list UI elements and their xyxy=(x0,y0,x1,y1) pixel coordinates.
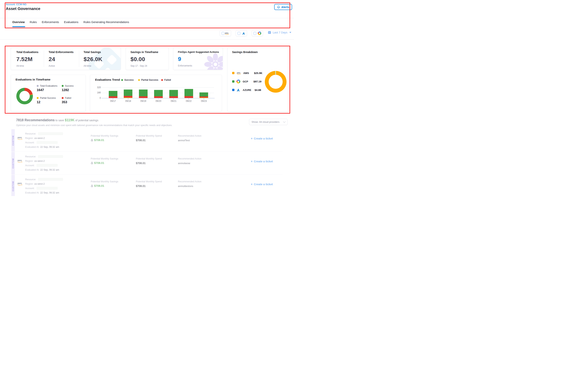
legend-label: Success xyxy=(124,78,134,81)
aws-checkbox[interactable] xyxy=(222,32,224,35)
tab-enforcements[interactable]: Enforcements xyxy=(42,20,59,24)
recommendation-row: CUSTOM aws Resource: Region: us-west-2 A… xyxy=(0,129,294,152)
create-ticket-button[interactable]: + Create a ticket xyxy=(251,182,273,186)
gcp-swatch xyxy=(232,80,234,83)
recommendations-subtitle: Optimize your cloud assets and minimize … xyxy=(16,124,172,127)
action-label: Recommended Action xyxy=(178,158,202,160)
legend-label: Failed xyxy=(164,78,171,81)
annotation-box-header xyxy=(5,2,290,28)
create-ticket-button[interactable]: + Create a ticket xyxy=(251,160,273,163)
provider-name: AWS xyxy=(243,72,252,74)
evaluated-line: Evaluated At: 22 Sep, 06:32 am xyxy=(25,191,59,194)
evaluations-trend-card: Evaluations Trend Success Partial Succes… xyxy=(90,75,222,112)
alerts-button[interactable]: Alerts xyxy=(274,4,292,10)
legend-item-aws: aws AWS $25.9K xyxy=(232,71,262,75)
account-line: Account: xyxy=(25,186,58,190)
stat-title: Total Enforcements xyxy=(48,50,74,54)
provider-value: $4.88 xyxy=(254,88,261,92)
svg-text:$: $ xyxy=(92,162,92,164)
aws-logo-icon: aws xyxy=(17,182,23,186)
redacted-account xyxy=(36,187,58,190)
action-label: Recommended Action xyxy=(178,134,202,137)
aws-logo-icon: aws xyxy=(17,159,23,163)
svg-text:aws: aws xyxy=(18,136,22,139)
stat-caption: All-time xyxy=(84,64,102,67)
redacted-account xyxy=(36,141,58,144)
aws-logo-icon: aws xyxy=(17,136,23,140)
trend-legend-failed: Failed xyxy=(161,78,171,81)
recommendations-title: 7818 Recommendations to save $119K of po… xyxy=(16,118,98,122)
alerts-label: Alerts xyxy=(281,6,289,9)
aws-logo-icon: aws xyxy=(224,32,229,35)
legend-item-success: Success xyxy=(62,84,74,87)
spend-label: Potential Monthly Spend xyxy=(136,180,162,183)
action-value: anmolTest xyxy=(178,139,190,142)
svg-text:aws: aws xyxy=(237,72,240,74)
action-label: Recommended Action xyxy=(178,180,202,183)
chevron-down-icon xyxy=(283,120,286,123)
savings-label: Potential Monthly Savings xyxy=(91,158,118,160)
header-divider xyxy=(0,18,294,18)
account-breadcrumb[interactable]: Account: CCM-NG xyxy=(6,3,26,6)
savings-breakdown-card: Savings Breakdown aws AWS $25.9K GCP $97… xyxy=(227,48,290,112)
azure-swatch xyxy=(232,89,234,91)
savings-label: Potential Monthly Savings xyxy=(91,134,118,137)
svg-text:aws: aws xyxy=(18,159,22,162)
success-dot xyxy=(62,85,64,87)
redacted-account xyxy=(36,164,58,167)
plus-icon: + xyxy=(251,182,253,186)
savings-amount: $119K xyxy=(65,118,74,122)
gcp-checkbox[interactable] xyxy=(254,32,256,35)
spend-label: Potential Monthly Spend xyxy=(136,158,162,160)
savings-value: $ $708.01 xyxy=(91,162,104,164)
legend-label: Partial Success xyxy=(40,97,56,99)
savings-value: $ $708.01 xyxy=(91,184,104,187)
recommendations-count: 7818 xyxy=(16,118,24,122)
caret-down-icon xyxy=(290,32,291,33)
resource-line: Resource: xyxy=(25,178,63,181)
legend-label: Total Evaluations xyxy=(40,84,58,87)
savings-timeframe-card: Savings in Timeframe $0.00 Sep 17 - Sep … xyxy=(126,48,169,70)
calendar-icon xyxy=(268,31,271,34)
card-title: Savings Breakdown xyxy=(232,50,258,54)
stat-value: 24 xyxy=(48,56,74,62)
total-dot xyxy=(37,85,38,87)
tab-rules[interactable]: Rules xyxy=(30,20,37,24)
tab-overview[interactable]: Overview xyxy=(12,20,25,24)
filter-chip-gcp[interactable] xyxy=(252,30,263,36)
legend-item-partial: Partial Success xyxy=(37,97,56,99)
bell-icon xyxy=(277,6,280,9)
azure-checkbox[interactable] xyxy=(238,32,240,35)
stat-value: 9 xyxy=(178,56,219,62)
trend-x-labels: 09/1709/1809/1909/2009/2109/2209/23 xyxy=(103,100,214,103)
failed-dot xyxy=(161,79,163,81)
y-tick-160: 160 xyxy=(94,91,101,94)
evaluations-timeframe-card: Evaluations in Timeframe Total Evaluatio… xyxy=(11,75,86,112)
savings-label: Potential Monthly Savings xyxy=(91,180,118,183)
provider-name: GCP xyxy=(243,80,252,83)
spend-value: $708.01 xyxy=(136,139,146,142)
filter-chip-azure[interactable] xyxy=(236,30,247,36)
tab-rules-generating-recommendations[interactable]: Rules Generating Recommendations xyxy=(84,20,129,24)
partial-dot xyxy=(138,79,140,81)
resource-line: Resource: xyxy=(25,155,63,158)
create-ticket-button[interactable]: + Create a ticket xyxy=(251,136,273,140)
legend-item-total: Total Evaluations xyxy=(37,84,58,87)
legend-value: 12 xyxy=(37,100,40,104)
aws-swatch xyxy=(232,72,234,74)
tab-bar: Overview Rules Enforcements Evaluations … xyxy=(12,20,129,24)
money-bag-icon: $ xyxy=(91,162,93,164)
svg-text:$: $ xyxy=(92,140,92,142)
provider-value: $25.9K xyxy=(254,72,262,74)
success-dot xyxy=(121,79,123,81)
legend-item-azure: AZURE $4.88 xyxy=(232,88,261,92)
resource-line: Resource: xyxy=(25,132,63,135)
evaluated-line: Evaluated At: 22 Sep, 06:32 am xyxy=(25,168,59,172)
redacted-resource xyxy=(38,132,63,135)
savings-breakdown-donut xyxy=(265,71,286,92)
tab-evaluations[interactable]: Evaluations xyxy=(64,20,78,24)
date-range-picker[interactable]: Last 7 Days xyxy=(268,31,291,34)
y-tick-320: 320 xyxy=(94,86,101,89)
cloud-provider-filter-dropdown[interactable]: Show: All cloud providers xyxy=(249,119,288,125)
filter-chip-aws[interactable]: aws xyxy=(220,30,231,36)
